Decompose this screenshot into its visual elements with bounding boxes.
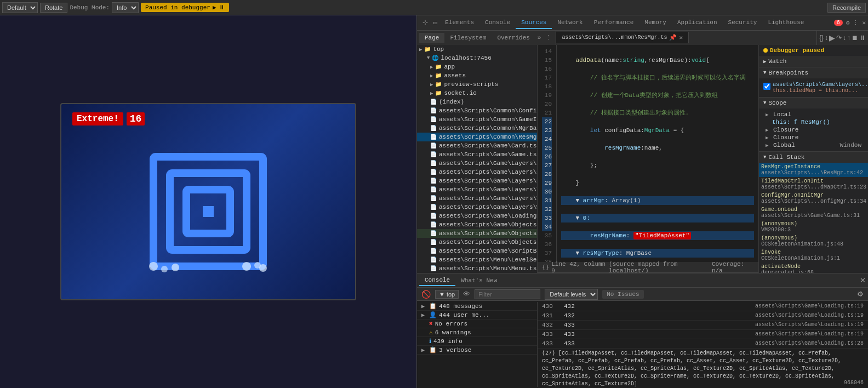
resume-btn[interactable]: ▶ <box>829 33 835 42</box>
code-lines[interactable]: addData(name:string,resMgrBase):void{ //… <box>557 45 758 262</box>
console-top-btn[interactable]: ▼ top <box>435 290 459 299</box>
callstack-item-0[interactable]: ResMgr.getInstance assets\Scripts\...\Re… <box>759 163 868 177</box>
tree-item-weaponl[interactable]: 📄 assets\Scripts\Game\Layers\WeaponL... <box>417 203 537 212</box>
console-row-info[interactable]: ℹ 439 info <box>417 337 537 346</box>
expand-btn-448[interactable]: ▶ <box>421 303 427 310</box>
tree-item-loading[interactable]: 📄 assets\Scripts\Game\Loading.ts <box>417 212 537 220</box>
console-tab-whatsnew[interactable]: What's New <box>455 276 502 286</box>
console-close-btn[interactable]: ✕ <box>860 276 866 284</box>
scope-closure-1[interactable]: ▶ Closure <box>763 126 864 134</box>
callstack-item-7[interactable]: activateNode deprecated.js:68 <box>759 263 868 273</box>
tree-item-tiledmap[interactable]: 📄 assets\Scripts\Game\Layers\TiledMap... <box>417 185 537 194</box>
console-row-warnings[interactable]: ⚠ 6 warnings <box>417 328 537 337</box>
console-row-errors[interactable]: ✖ No errors <box>417 319 537 328</box>
scope-this[interactable]: this: f ResMgr() <box>763 118 864 126</box>
tree-item-game[interactable]: 📄 assets\Scripts\Game\Game.ts <box>417 150 537 159</box>
callstack-item-5[interactable]: (anonymous) CCSkeletonAnimation.js:48 <box>759 234 868 248</box>
step-out-btn[interactable]: ↑ <box>847 34 850 42</box>
tree-item-configmgr[interactable]: 📄 assets\Scripts\Common\ConfigMgr.ts <box>417 106 537 115</box>
debug-mode-select[interactable]: Info <box>112 2 139 13</box>
sub-tab-filesystem[interactable]: Filesystem <box>444 33 492 43</box>
tree-item-gameinit[interactable]: 📄 assets\Scripts\Common\GameInit.ts <box>417 115 537 124</box>
console-code-row-1[interactable]: 430 432 assets\Scripts\Game\Loading.ts:1… <box>538 302 868 311</box>
scope-global[interactable]: ▶ Global Window <box>763 141 864 149</box>
tree-item-assets[interactable]: ▶ 📁 assets <box>417 71 537 80</box>
step-into-btn[interactable]: ↓ <box>843 34 846 42</box>
scope-closure-2[interactable]: ▶ Closure <box>763 134 864 141</box>
expand-btn-verbose[interactable]: ▶ <box>421 347 427 353</box>
breakpoint-checkbox[interactable] <box>763 83 770 90</box>
tree-item-preview[interactable]: ▶ 📁 preview-scripts <box>417 80 537 89</box>
callstack-item-2[interactable]: ConfigMgr.onInitMgr assets\Scripts\...on… <box>759 191 868 206</box>
callstack-item-4[interactable]: (anonymous) VM29200:3 <box>759 220 868 234</box>
console-row-448[interactable]: ▶ 📋 448 messages <box>417 302 537 311</box>
tree-item-menu[interactable]: 📄 assets\Scripts\Menu\Menu.ts <box>417 264 537 273</box>
console-filter-input[interactable] <box>475 289 540 299</box>
console-code-row-3[interactable]: 432 433 assets\Scripts\Game\Loading.ts:1… <box>538 321 868 330</box>
tab-security[interactable]: Security <box>723 17 763 29</box>
tree-item-cardlaye[interactable]: 📄 assets\Scripts\Game\Layers\CardLaye... <box>417 168 537 176</box>
devtools-icon-device[interactable]: ▭ <box>431 19 439 27</box>
tree-item-socket[interactable]: ▶ 📁 socket.io <box>417 89 537 98</box>
tree-item-levelselect[interactable]: 📄 assets\Scripts\Menu\LevelSelect.ts <box>417 255 537 264</box>
tree-item-localhost[interactable]: ▼ 🌐 localhost:7456 <box>417 54 537 62</box>
console-settings-btn[interactable]: ⚙ <box>857 290 864 298</box>
console-row-444[interactable]: ▶ 👤 444 user me... <box>417 311 537 319</box>
console-tab-console[interactable]: Console <box>419 275 455 286</box>
goto-line-btn[interactable]: ↕ <box>825 34 828 42</box>
console-eye-btn[interactable]: 👁 <box>463 290 470 298</box>
callstack-item-1[interactable]: TiledMapCtrl.onInit assets\Scripts\...dM… <box>759 177 868 191</box>
deactivate-btn[interactable]: ⏹ <box>852 34 858 42</box>
step-over-btn[interactable]: ↷ <box>836 34 842 42</box>
btn-recompile[interactable]: Recompile <box>827 3 866 13</box>
tree-item-top[interactable]: ▶ 📁 top <box>417 45 537 54</box>
dropdown-default[interactable]: Default <box>2 2 38 13</box>
tree-item-monster[interactable]: 📄 assets\Scripts\Game\Objects\Monster... <box>417 229 537 238</box>
console-level-select[interactable]: Default levels <box>545 289 598 300</box>
tab-elements[interactable]: Elements <box>439 17 479 29</box>
tree-item-monsterl[interactable]: 📄 assets\Scripts\Game\Layers\MonsterL... <box>417 176 537 185</box>
scope-local[interactable]: ▶ Local <box>763 111 864 118</box>
btn-rotate[interactable]: Rotate <box>40 3 67 13</box>
tab-network[interactable]: Network <box>552 17 588 29</box>
watch-header[interactable]: ▶ Watch <box>759 56 868 67</box>
tab-application[interactable]: Application <box>672 17 723 29</box>
pause-icon[interactable]: ⏸ <box>219 4 225 11</box>
sub-tab-menu[interactable]: ⋮ <box>543 34 553 41</box>
tab-memory[interactable]: Memory <box>639 17 672 29</box>
tree-item-index[interactable]: 📄 (index) <box>417 98 537 106</box>
code-content[interactable]: 1415161718 19202122 23 24 25 26 27 28 29… <box>538 45 758 262</box>
breakpoints-header[interactable]: ▼ Breakpoints <box>759 67 868 78</box>
more-sub-tab[interactable]: » <box>535 35 544 41</box>
scope-header[interactable]: ▼ Scope <box>759 98 868 109</box>
format-btn[interactable]: {} <box>819 34 824 42</box>
more-icon[interactable]: ⋮ <box>853 19 859 26</box>
tree-item-resmgr[interactable]: 📄 assets\Scripts\Common\ResMgr.ts <box>417 133 537 141</box>
tab-sources[interactable]: Sources <box>516 17 552 29</box>
callstack-item-3[interactable]: Game.onLoad assets\Scripts\Game\Game.ts:… <box>759 206 868 220</box>
console-code-row-4[interactable]: 433 433 assets\Scripts\Game\Loading.ts:1… <box>538 330 868 339</box>
tree-item-weapon[interactable]: 📄 assets\Scripts\Game\Objects\Weapon... <box>417 238 537 247</box>
sub-tab-overrides[interactable]: Overrides <box>492 33 535 43</box>
editor-tab-resMgr[interactable]: assets\Scripts\...mmon\ResMgr.ts 📌 ✕ <box>556 32 689 43</box>
devtools-icon-cursor[interactable]: ⊹ <box>419 19 431 27</box>
close-icon[interactable]: ✕ <box>862 19 866 26</box>
sub-tab-page[interactable]: Page <box>419 33 444 43</box>
tree-item-app[interactable]: ▶ 📁 app <box>417 62 537 71</box>
format-icon[interactable]: {} <box>542 264 549 271</box>
tree-item-scriptbase[interactable]: 📄 assets\Scripts\Game\ScriptBase.ts <box>417 247 537 255</box>
play-icon[interactable]: ▶ <box>213 4 216 11</box>
tree-item-card[interactable]: 📄 assets\Scripts\Game\Card.ts <box>417 141 537 150</box>
pause-btn[interactable]: ⏸ <box>859 34 866 42</box>
tree-item-bulletlay[interactable]: 📄 assets\Scripts\Game\Layers\BulletLay..… <box>417 159 537 168</box>
console-code-row-2[interactable]: 431 432 assets\Scripts\Game\Loading.ts:1… <box>538 311 868 321</box>
editor-pin-icon[interactable]: 📌 <box>669 34 677 41</box>
tree-item-touchlay[interactable]: 📄 assets\Scripts\Game\Layers\TouchLay... <box>417 194 537 203</box>
console-code-row-5[interactable]: 433 433 assets\Scripts\Game\Loading.ts:2… <box>538 339 868 349</box>
tab-lighthouse[interactable]: Lighthouse <box>762 17 809 29</box>
tab-console[interactable]: Console <box>479 17 516 29</box>
console-clear-btn[interactable]: 🚫 <box>421 290 431 299</box>
console-long-msg[interactable]: (27) [cc_TiledMapAsset, cc_TiledMapAsset… <box>538 349 868 387</box>
settings-icon[interactable]: ⚙ <box>846 19 850 26</box>
console-row-verbose[interactable]: ▶ 📋 3 verbose <box>417 346 537 355</box>
